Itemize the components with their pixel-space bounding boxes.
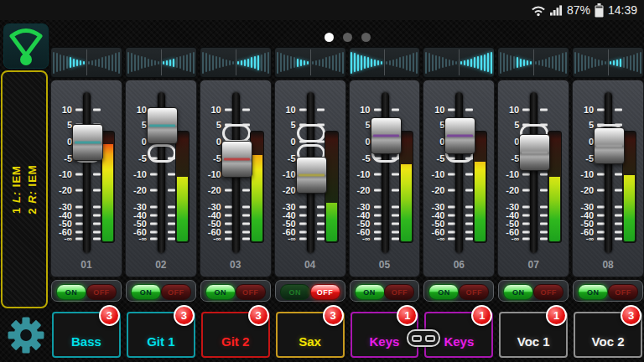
- pan-bar: [319, 59, 320, 66]
- fader-tick: [597, 173, 605, 176]
- fader-scale-label: -∞: [275, 235, 296, 243]
- pan-bar: [254, 56, 256, 69]
- on-button[interactable]: ON: [578, 284, 608, 300]
- pan-bar: [361, 55, 362, 70]
- pan-indicator[interactable]: [274, 47, 346, 78]
- off-button[interactable]: OFF: [161, 284, 191, 300]
- fader-knob-line: [596, 145, 622, 147]
- pan-bar: [626, 56, 628, 69]
- fader-knob[interactable]: [594, 127, 625, 164]
- channel-number: 05: [350, 259, 420, 271]
- pan-indicator[interactable]: [50, 47, 122, 78]
- off-button[interactable]: OFF: [310, 284, 340, 300]
- fader-tick: [168, 189, 175, 192]
- fader-tick: [597, 223, 605, 225]
- pan-bar: [503, 53, 505, 72]
- fader-tick: [299, 206, 307, 209]
- fader-scale-label: -10: [51, 169, 72, 179]
- on-button[interactable]: ON: [280, 284, 310, 300]
- off-button[interactable]: OFF: [533, 284, 564, 300]
- pan-bar: [470, 59, 472, 67]
- on-button[interactable]: ON: [503, 284, 533, 300]
- level-meter-gradient: [475, 162, 486, 241]
- fader-tick: [93, 223, 101, 225]
- on-button[interactable]: ON: [205, 284, 236, 300]
- page-dot[interactable]: [325, 33, 334, 42]
- pan-bar: [105, 56, 106, 69]
- off-button[interactable]: OFF: [384, 284, 414, 300]
- fader-scale-label: -20: [573, 185, 594, 195]
- pan-indicator[interactable]: [423, 47, 495, 78]
- fader-knob[interactable]: [72, 124, 103, 161]
- fader-tick: [465, 238, 473, 240]
- fader-track[interactable]: [530, 92, 538, 253]
- fader-tick: [374, 109, 382, 111]
- fader-tick: [317, 215, 325, 217]
- page-dot[interactable]: [361, 33, 371, 42]
- level-meter-lit: [177, 177, 188, 241]
- fader-tick: [392, 109, 399, 111]
- pan-indicator[interactable]: [349, 47, 421, 78]
- fader-tick: [465, 223, 473, 225]
- pan-bar: [555, 55, 557, 70]
- pan-bar: [325, 57, 327, 68]
- fader-knob[interactable]: [147, 107, 178, 144]
- fader-knob[interactable]: [371, 117, 402, 154]
- pan-indicator[interactable]: [497, 47, 569, 78]
- stereo-link-icon[interactable]: [407, 329, 440, 347]
- off-button[interactable]: OFF: [608, 284, 638, 300]
- pan-bar: [95, 59, 96, 66]
- on-button[interactable]: ON: [56, 284, 86, 300]
- pan-fan-left: [574, 52, 606, 74]
- fader-track[interactable]: [382, 92, 389, 253]
- fader-tick: [374, 206, 382, 209]
- output-bus-selector[interactable]: 1 L: IEM 2 R: IEM: [1, 70, 48, 308]
- fader-track[interactable]: [83, 92, 91, 253]
- pan-bar: [60, 54, 61, 71]
- fader-tick: [392, 206, 399, 209]
- fader-scale-label: -5: [275, 153, 296, 163]
- fader-tick: [150, 215, 158, 217]
- on-button[interactable]: ON: [131, 284, 161, 300]
- pan-bar: [332, 55, 334, 70]
- fader-track[interactable]: [455, 92, 463, 253]
- fader-track[interactable]: [605, 92, 612, 253]
- pan-bar: [520, 59, 522, 67]
- pan-fan-right: [312, 52, 344, 74]
- pan-bar: [452, 60, 454, 65]
- channel-number: 08: [573, 259, 643, 271]
- page-dot[interactable]: [343, 33, 352, 42]
- fader-knob[interactable]: [519, 134, 550, 171]
- fader-tick: [93, 173, 101, 176]
- pan-bar: [290, 56, 292, 69]
- fader-knob[interactable]: [296, 157, 327, 194]
- off-button[interactable]: OFF: [86, 284, 117, 300]
- off-button[interactable]: OFF: [236, 284, 266, 300]
- fader-scale-label: 10: [498, 105, 519, 115]
- pan-bar: [513, 56, 515, 69]
- fader-tick: [540, 109, 548, 111]
- app-logo-wifi-icon[interactable]: [3, 23, 49, 69]
- channel-number: 06: [423, 259, 494, 271]
- pan-indicator[interactable]: [572, 47, 644, 78]
- pan-bar: [527, 60, 528, 65]
- fader-scale-label: 10: [51, 105, 72, 115]
- pan-bar: [226, 59, 227, 66]
- pan-indicator[interactable]: [200, 47, 272, 78]
- fader-knob[interactable]: [444, 117, 475, 154]
- pan-bar: [329, 56, 330, 69]
- pan-indicator[interactable]: [125, 47, 197, 78]
- on-button[interactable]: ON: [428, 284, 459, 300]
- fader-knob[interactable]: [221, 141, 252, 178]
- fader-scale-label: 0: [573, 137, 594, 147]
- pan-bar: [277, 52, 278, 74]
- link-hole-right: [425, 335, 435, 342]
- fader-tick: [392, 189, 399, 192]
- fader-scale-label: 5: [275, 120, 296, 130]
- pan-bar: [315, 60, 317, 65]
- settings-gear-icon[interactable]: [7, 316, 45, 354]
- fader-scale-label: -∞: [200, 235, 221, 243]
- on-button[interactable]: ON: [355, 284, 385, 300]
- off-button[interactable]: OFF: [459, 284, 489, 300]
- pan-bar: [538, 60, 540, 65]
